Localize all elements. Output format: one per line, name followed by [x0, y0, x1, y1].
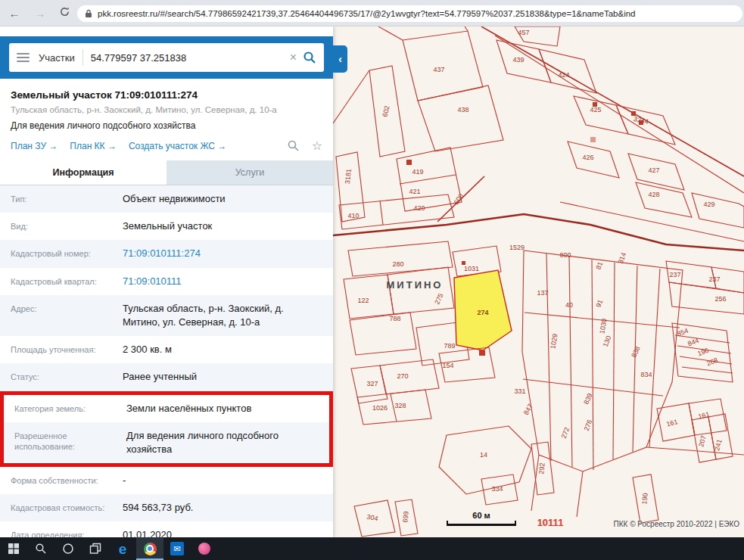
parcel-label[interactable]: 276	[583, 418, 594, 432]
mail-app-icon[interactable]: ✉	[163, 537, 191, 560]
parcel-label[interactable]: 334	[491, 485, 503, 493]
parcel-label[interactable]: 137	[537, 289, 548, 297]
search-input[interactable]	[91, 52, 284, 64]
quarter-label[interactable]: 10111	[537, 517, 564, 528]
parcel-label[interactable]: 190	[640, 493, 649, 505]
parcel-label[interactable]: 438	[457, 106, 469, 114]
plan-kk-link[interactable]: План КК →	[70, 141, 117, 151]
parcel-label[interactable]: 14	[480, 451, 487, 459]
edge-app-icon[interactable]: e	[109, 537, 136, 560]
parcel-label[interactable]: 304	[366, 513, 379, 522]
parcel-label[interactable]: 237	[708, 275, 720, 283]
parcel-label[interactable]: 207	[697, 434, 708, 447]
parcel-label[interactable]: 424	[558, 71, 569, 79]
tab-information[interactable]: Информация	[0, 160, 167, 185]
parcel-label[interactable]: 800	[559, 251, 571, 259]
photos-app-icon[interactable]	[191, 537, 218, 560]
parcel-label[interactable]: 196	[696, 347, 710, 358]
parcel-label[interactable]: 161	[665, 418, 678, 428]
search-bar[interactable]: Участки ×	[9, 43, 324, 72]
info-row-value: Ранее учтенный	[123, 370, 322, 384]
parcel-label[interactable]: 272	[560, 426, 571, 440]
parcel-label[interactable]: 241	[713, 438, 724, 451]
parcel-label[interactable]: 161	[697, 410, 710, 421]
parcel-label[interactable]: 421	[409, 188, 420, 195]
parcel-label[interactable]: 328	[394, 402, 406, 409]
parcel-label[interactable]: 1029	[549, 333, 559, 349]
parcel-label[interactable]: 426	[582, 154, 593, 161]
collapse-panel-button[interactable]: ‹	[333, 45, 347, 73]
parcel-label[interactable]: 81	[595, 261, 605, 271]
create-plot-link[interactable]: Создать участок ЖС →	[129, 141, 226, 151]
browser-back-button[interactable]: ←	[6, 5, 23, 22]
parcel-label[interactable]: 3244	[633, 115, 649, 126]
parcel-label[interactable]: 237	[669, 271, 680, 278]
parcel-label[interactable]: 428	[648, 191, 659, 198]
parcel-label[interactable]: 410	[347, 212, 359, 219]
parcel-label[interactable]: 847	[522, 403, 534, 416]
parcel-label[interactable]: 429	[703, 201, 714, 208]
parcel-label[interactable]: 3181	[344, 169, 353, 185]
info-row-value[interactable]: 71:09:010111:274	[123, 247, 322, 260]
parcel-label[interactable]: 256	[714, 295, 726, 303]
parcel-label[interactable]: 280	[392, 260, 403, 268]
parcel-label[interactable]: 457	[518, 29, 529, 36]
highlight-annotation-box: Категория земель:Земли населённых пункто…	[0, 391, 333, 468]
address-bar[interactable]: pkk.rosreestr.ru/#/search/54.77986592421…	[77, 5, 742, 22]
browser-forward-button[interactable]: →	[32, 5, 48, 22]
parcel-label[interactable]: 1529	[509, 244, 525, 251]
clear-search-icon[interactable]: ×	[290, 51, 297, 64]
tab-services[interactable]: Услуги	[167, 160, 333, 185]
browser-refresh-button[interactable]	[56, 5, 73, 22]
start-button[interactable]	[0, 537, 27, 560]
chrome-app-icon[interactable]	[136, 537, 163, 560]
parcel-label[interactable]: 602	[381, 105, 391, 118]
map-viewport[interactable]: 4574374394246024384253244426427419318142…	[333, 26, 744, 537]
parcel-label[interactable]: 40	[565, 301, 573, 309]
zoom-to-object-icon[interactable]	[287, 139, 300, 152]
parcel-label[interactable]: 130	[602, 334, 613, 348]
cortana-button[interactable]	[54, 537, 82, 560]
parcel-label[interactable]: 789	[444, 342, 455, 350]
parcel-label[interactable]: 838	[630, 345, 641, 359]
parcel-label[interactable]: 419	[412, 168, 423, 176]
favorite-star-icon[interactable]: ☆	[312, 138, 322, 153]
parcel-label[interactable]: 600	[453, 192, 465, 206]
parcel-label[interactable]: 834	[640, 371, 652, 378]
url-text: pkk.rosreestr.ru/#/search/54.77986592421…	[98, 9, 636, 18]
parcel-label[interactable]: 1031	[464, 265, 479, 272]
parcel-label[interactable]: 427	[648, 166, 659, 174]
parcel-label[interactable]: 439	[512, 56, 524, 64]
parcel-label[interactable]: 425	[590, 106, 601, 114]
windows-taskbar: e ✉	[0, 537, 744, 560]
parcel-label[interactable]: 275	[433, 292, 444, 306]
parcel-label[interactable]: 122	[357, 297, 369, 304]
parcel-label[interactable]: 268	[705, 356, 719, 368]
parcel-label[interactable]: 314	[617, 251, 628, 265]
parcel-label[interactable]: 420	[413, 204, 425, 212]
parcel-label[interactable]: 327	[366, 380, 378, 387]
selected-parcel-label[interactable]: 274	[477, 309, 488, 316]
parcel-label[interactable]: 788	[389, 315, 400, 322]
taskbar-search-button[interactable]	[27, 537, 54, 560]
parcel-label[interactable]: 91	[595, 299, 605, 309]
parcel-label[interactable]: 154	[442, 362, 453, 369]
info-row-value[interactable]: 71:09:010111	[123, 275, 322, 288]
parcel-label[interactable]: 270	[397, 372, 408, 380]
info-row-value: Для ведения личного подсобного хозяйства	[126, 429, 319, 456]
parcel-label[interactable]: 699	[401, 511, 409, 523]
parcel-label[interactable]: 1026	[372, 404, 388, 412]
parcel-label[interactable]: 437	[433, 66, 444, 73]
parcel-label[interactable]: 292	[537, 462, 546, 474]
parcel-label[interactable]: 1030	[598, 318, 608, 334]
info-row-value: Объект недвижимости	[123, 192, 322, 206]
plan-zu-link[interactable]: План ЗУ →	[11, 141, 58, 151]
search-category-dropdown[interactable]: Участки	[39, 52, 75, 64]
menu-icon[interactable]	[17, 51, 30, 64]
search-icon[interactable]	[303, 51, 316, 64]
parcel-label[interactable]: 331	[514, 387, 525, 395]
parcel-label[interactable]: 854	[676, 327, 690, 338]
parcel-label[interactable]: 844	[686, 337, 700, 348]
parcel-label[interactable]: 839	[582, 392, 593, 406]
task-view-button[interactable]	[82, 537, 109, 560]
